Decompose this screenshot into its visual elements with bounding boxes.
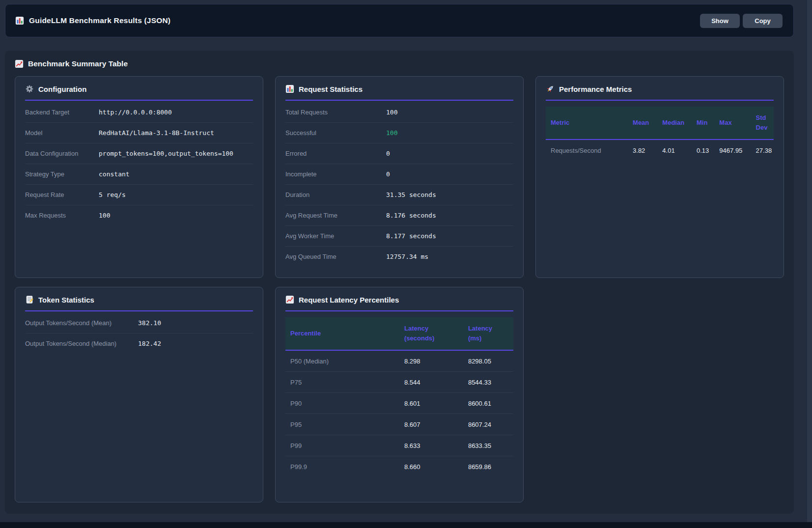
request-statistics-rows: Total Requests 100 Successful 100 Errore… <box>285 102 513 267</box>
col-latency-ms-line2: (ms) <box>468 333 508 343</box>
col-latency-seconds: Latency (seconds) <box>399 317 463 350</box>
latency-seconds: 8.298 <box>399 350 463 372</box>
table-row-requests-per-second: Requests/Second 3.82 4.01 0.13 9467.95 2… <box>546 139 774 161</box>
col-std-dev: Std Dev <box>751 107 774 139</box>
row-label: Avg Request Time <box>285 212 386 219</box>
col-percentile: Percentile <box>285 317 399 350</box>
config-row-model: Model RedHatAI/Llama-3.1-8B-Instruct <box>25 122 253 143</box>
metric-min: 0.13 <box>692 139 714 161</box>
latency-seconds: 8.544 <box>399 372 463 393</box>
row-label: Avg Queued Time <box>285 253 386 260</box>
rocket-icon <box>546 84 555 93</box>
stat-row-incomplete: Incomplete 0 <box>285 164 513 184</box>
token-statistics-card-title: Token Statistics <box>25 295 253 311</box>
table-row-p90: P90 8.601 8600.61 <box>285 393 513 414</box>
row-value: 382.10 <box>138 319 253 327</box>
header-bar: GuideLLM Benchmark Results (JSON) Show C… <box>5 4 794 37</box>
table-row-p95: P95 8.607 8607.24 <box>285 414 513 435</box>
gear-icon <box>25 84 34 93</box>
bar-chart-icon <box>285 84 294 93</box>
config-row-data-configuration: Data Configuration prompt_tokens=100,out… <box>25 143 253 164</box>
table-header-row: Percentile Latency (seconds) Latency (ms… <box>285 317 513 350</box>
row-label: Duration <box>285 191 386 198</box>
col-latency-ms-line1: Latency <box>468 324 508 333</box>
row-value: RedHatAI/Llama-3.1-8B-Instruct <box>99 129 253 137</box>
config-row-strategy-type: Strategy Type constant <box>25 164 253 184</box>
percentile-label: P90 <box>285 393 399 414</box>
row-value: http://0.0.0.0:8000 <box>99 109 253 116</box>
page-title: GuideLLM Benchmark Results (JSON) <box>29 16 170 25</box>
metric-median: 4.01 <box>657 139 692 161</box>
config-row-request-rate: Request Rate 5 req/s <box>25 184 253 205</box>
stat-row-avg-worker-time: Avg Worker Time 8.177 seconds <box>285 225 513 246</box>
token-statistics-rows: Output Tokens/Second (Mean) 382.10 Outpu… <box>25 312 253 354</box>
chart-increasing-icon <box>15 59 24 68</box>
token-row-median: Output Tokens/Second (Median) 182.42 <box>25 333 253 354</box>
stat-row-avg-request-time: Avg Request Time 8.176 seconds <box>285 205 513 225</box>
latency-ms: 8633.35 <box>463 435 513 456</box>
copy-button[interactable]: Copy <box>743 14 783 28</box>
latency-seconds: 8.607 <box>399 414 463 435</box>
configuration-title-text: Configuration <box>38 85 86 93</box>
row-label: Data Configuration <box>25 150 99 157</box>
col-std-line1: Std <box>756 113 769 123</box>
row-value: 0 <box>386 170 513 178</box>
row-label: Output Tokens/Second (Median) <box>25 340 138 347</box>
row-label: Request Rate <box>25 191 99 198</box>
table-header-row: Metric Mean Median Min Max Std Dev <box>546 107 774 139</box>
row-label: Model <box>25 129 99 137</box>
row-value: 5 req/s <box>99 191 253 198</box>
section-title: Benchmark Summary Table <box>15 59 784 68</box>
bar-chart-icon <box>15 16 24 25</box>
config-row-max-requests: Max Requests 100 <box>25 205 253 225</box>
latency-ms: 8298.05 <box>463 350 513 372</box>
row-label: Avg Worker Time <box>285 232 386 240</box>
col-mean: Mean <box>628 107 657 139</box>
row-label: Strategy Type <box>25 170 99 178</box>
percentile-label: P75 <box>285 372 399 393</box>
scrollbar[interactable] <box>807 0 812 522</box>
main-container: Benchmark Summary Table Configuration Ba… <box>5 51 794 514</box>
col-latency-seconds-line2: (seconds) <box>404 333 458 343</box>
row-label: Errored <box>285 150 386 157</box>
row-value: 31.35 seconds <box>386 191 513 198</box>
col-max: Max <box>714 107 751 139</box>
metric-max: 9467.95 <box>714 139 751 161</box>
performance-metrics-card-title: Performance Metrics <box>546 84 774 101</box>
bottom-strip <box>0 522 812 528</box>
success-count-value: 100 <box>386 129 513 137</box>
stat-row-successful: Successful 100 <box>285 122 513 143</box>
table-row-p50: P50 (Median) 8.298 8298.05 <box>285 350 513 372</box>
latency-ms: 8544.33 <box>463 372 513 393</box>
row-value: 0 <box>386 150 513 157</box>
row-value: constant <box>99 170 253 178</box>
col-latency-ms: Latency (ms) <box>463 317 513 350</box>
header-actions: Show Copy <box>700 14 783 28</box>
row-label: Output Tokens/Second (Mean) <box>25 319 138 327</box>
configuration-card-title: Configuration <box>25 84 253 101</box>
token-statistics-title-text: Token Statistics <box>38 296 94 304</box>
latency-percentiles-title-text: Request Latency Percentiles <box>299 296 399 304</box>
configuration-card: Configuration Backend Target http://0.0.… <box>15 76 263 278</box>
performance-metrics-table: Metric Mean Median Min Max Std Dev Reque… <box>546 107 774 161</box>
request-statistics-card: Request Statistics Total Requests 100 Su… <box>275 76 524 278</box>
card-grid: Configuration Backend Target http://0.0.… <box>15 76 784 502</box>
chart-increasing-icon <box>285 295 294 304</box>
stat-row-avg-queued-time: Avg Queued Time 12757.34 ms <box>285 246 513 267</box>
latency-percentiles-table: Percentile Latency (seconds) Latency (ms… <box>285 317 513 477</box>
row-label: Incomplete <box>285 170 386 178</box>
request-statistics-title-text: Request Statistics <box>299 85 363 93</box>
col-latency-seconds-line1: Latency <box>404 324 458 333</box>
row-label: Total Requests <box>285 109 386 116</box>
latency-ms: 8607.24 <box>463 414 513 435</box>
latency-seconds: 8.601 <box>399 393 463 414</box>
col-median: Median <box>657 107 692 139</box>
row-label: Max Requests <box>25 212 99 219</box>
show-button[interactable]: Show <box>700 14 740 28</box>
row-label: Successful <box>285 129 386 137</box>
row-value: prompt_tokens=100,output_tokens=100 <box>99 150 253 157</box>
latency-percentiles-card: Request Latency Percentiles Percentile L… <box>275 287 524 502</box>
latency-ms: 8659.86 <box>463 456 513 477</box>
latency-percentiles-card-title: Request Latency Percentiles <box>285 295 513 311</box>
stat-row-total-requests: Total Requests 100 <box>285 102 513 122</box>
